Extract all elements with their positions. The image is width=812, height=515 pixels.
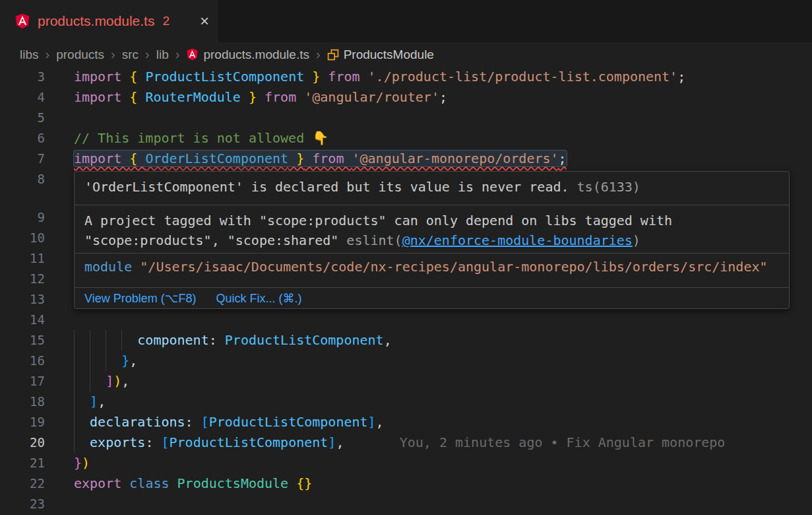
indent-guide <box>74 412 75 432</box>
token: , <box>384 332 392 348</box>
line-number[interactable]: 18 <box>0 392 45 412</box>
breadcrumb-item-products[interactable]: products <box>56 48 104 62</box>
ts-diagnostic-source: ts(6133) <box>569 179 640 195</box>
quick-fix-action[interactable]: Quick Fix... (⌘.) <box>216 291 301 306</box>
line-number[interactable]: 3 <box>0 67 45 87</box>
git-blame-annotation: You, 2 minutes ago • Fix Angular monorep… <box>400 434 726 450</box>
eslint-diagnostic-section: A project tagged with "scope:products" c… <box>75 205 789 254</box>
breadcrumb-item-libs[interactable]: libs <box>20 48 39 62</box>
token: from <box>320 69 367 85</box>
line-content[interactable]: import { RouterModule } from '@angular/r… <box>74 87 812 108</box>
line-content[interactable]: }, <box>74 351 812 371</box>
line-number[interactable]: 4 <box>0 87 45 108</box>
line-number[interactable]: 12 <box>0 269 45 289</box>
tab-bar: products.module.ts 2 × <box>0 0 812 42</box>
line-content[interactable] <box>74 494 812 514</box>
code-line-6[interactable]: 6// This import is not allowed 👇 <box>0 128 812 149</box>
code-line-7[interactable]: 7import { OrderListComponent } from '@an… <box>0 149 812 169</box>
tab-close-icon[interactable]: × <box>200 13 209 29</box>
line-number[interactable]: 21 <box>0 453 45 473</box>
line-content[interactable] <box>74 310 812 330</box>
line-number[interactable]: 9 <box>0 207 45 228</box>
line-number[interactable]: 16 <box>0 351 45 371</box>
line-content[interactable]: // This import is not allowed 👇 <box>74 128 812 149</box>
code-line-23[interactable]: 23 <box>0 494 812 514</box>
line-number[interactable]: 8 <box>0 169 45 189</box>
view-problem-action[interactable]: View Problem (⌥F8) <box>84 291 196 306</box>
line-number[interactable]: 7 <box>0 149 45 169</box>
eslint-source-prefix: eslint( <box>346 232 402 248</box>
token: '@angular/router' <box>304 89 439 105</box>
token: ] <box>368 414 376 430</box>
line-number[interactable]: 23 <box>0 494 45 514</box>
chevron-right-icon: › <box>175 47 180 62</box>
breadcrumb-item-file[interactable]: products.module.ts <box>186 48 309 62</box>
token: exports <box>90 434 145 450</box>
token: ProductListComponent <box>170 434 328 450</box>
line-number[interactable]: 14 <box>0 310 45 330</box>
line-content[interactable]: import { OrderListComponent } from '@ang… <box>74 149 812 169</box>
code-line-21[interactable]: 21}) <box>0 453 812 473</box>
token: } <box>241 89 257 105</box>
tab-filename: products.module.ts <box>38 13 154 29</box>
code-line-17[interactable]: 17]), <box>0 371 812 392</box>
code-line-4[interactable]: 4import { RouterModule } from '@angular/… <box>0 87 812 108</box>
code-line-22[interactable]: 22export class ProductsModule {} <box>0 473 812 494</box>
code-line-16[interactable]: 16}, <box>0 351 812 371</box>
code-line-19[interactable]: 19declarations: [ProductListComponent], <box>0 412 812 432</box>
token: ProductListComponent <box>225 332 384 348</box>
code-text: ]), <box>74 373 129 389</box>
code-line-14[interactable]: 14 <box>0 310 812 330</box>
token: } <box>304 69 320 85</box>
line-content[interactable] <box>74 108 812 128</box>
code-line-18[interactable]: 18], <box>0 392 812 412</box>
breadcrumb-item-src[interactable]: src <box>122 48 139 62</box>
code-line-5[interactable]: 5 <box>0 108 812 128</box>
token: ProductsModule <box>177 475 289 491</box>
line-number[interactable]: 19 <box>0 412 45 432</box>
line-number[interactable]: 22 <box>0 473 45 494</box>
line-content[interactable]: exports: [ProductListComponent],You, 2 m… <box>74 432 812 453</box>
line-content[interactable]: ], <box>74 392 812 412</box>
line-number[interactable]: 15 <box>0 330 45 351</box>
token: { <box>129 151 145 166</box>
token: from <box>304 151 352 166</box>
hover-action-bar: View Problem (⌥F8) Quick Fix... (⌘.) <box>75 288 789 308</box>
line-content[interactable]: export class ProductsModule {} <box>74 473 812 494</box>
token: } <box>74 455 82 471</box>
token: class <box>129 475 177 491</box>
breadcrumb-item-lib[interactable]: lib <box>156 48 169 62</box>
token: import <box>74 89 129 105</box>
code-line-20[interactable]: 20exports: [ProductListComponent],You, 2… <box>0 432 812 453</box>
line-content[interactable]: }) <box>74 453 812 473</box>
token: component <box>137 332 208 348</box>
line-content[interactable]: import { ProductListComponent } from './… <box>74 67 812 87</box>
line-number[interactable]: 17 <box>0 371 45 392</box>
class-symbol-icon <box>327 49 339 61</box>
editor-tab-products-module[interactable]: products.module.ts 2 × <box>0 0 218 42</box>
line-content[interactable]: declarations: [ProductListComponent], <box>74 412 812 432</box>
line-content[interactable]: ]), <box>74 371 812 392</box>
token: [ <box>161 434 169 450</box>
code-line-3[interactable]: 3import { ProductListComponent } from '.… <box>0 67 812 87</box>
line-number[interactable]: 20 <box>0 432 45 453</box>
code-text: import { ProductListComponent } from './… <box>74 69 685 85</box>
indent-guide <box>74 371 75 392</box>
token: : <box>145 434 161 450</box>
token: , <box>98 394 106 409</box>
token: { <box>129 69 145 85</box>
token: export <box>74 475 129 491</box>
line-number[interactable]: 6 <box>0 128 45 149</box>
code-line-15[interactable]: 15component: ProductListComponent, <box>0 330 812 351</box>
chevron-right-icon: › <box>111 47 115 62</box>
line-number[interactable]: 11 <box>0 248 45 269</box>
ts-diagnostic-message: 'OrderListComponent' is declared but its… <box>84 179 569 195</box>
line-content[interactable]: component: ProductListComponent, <box>74 330 812 351</box>
indent-guide <box>74 432 75 453</box>
line-number[interactable]: 10 <box>0 228 45 248</box>
token: , <box>376 414 384 430</box>
breadcrumb-item-symbol[interactable]: ProductsModule <box>327 48 434 62</box>
line-number[interactable]: 5 <box>0 108 45 128</box>
eslint-rule-link[interactable]: @nx/enforce-module-boundaries <box>402 232 633 248</box>
line-number[interactable]: 13 <box>0 289 45 310</box>
